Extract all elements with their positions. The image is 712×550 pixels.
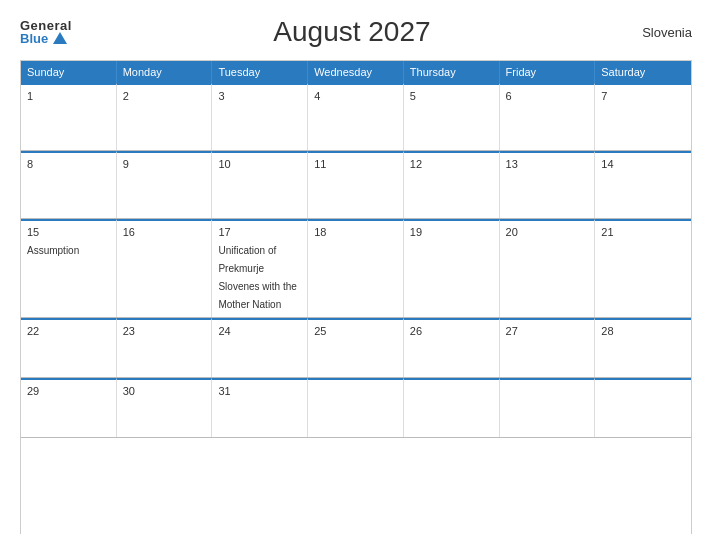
cell-aug-26: 26 bbox=[404, 318, 500, 377]
cell-aug-31: 31 bbox=[212, 378, 308, 437]
cell-aug-2: 2 bbox=[117, 83, 213, 150]
logo-blue-text: Blue bbox=[20, 32, 67, 45]
cell-aug-25: 25 bbox=[308, 318, 404, 377]
country-label: Slovenia bbox=[632, 25, 692, 40]
cell-aug-27: 27 bbox=[500, 318, 596, 377]
cell-aug-9: 9 bbox=[117, 151, 213, 218]
cell-aug-1: 1 bbox=[21, 83, 117, 150]
header-monday: Monday bbox=[117, 61, 213, 83]
cell-aug-30: 30 bbox=[117, 378, 213, 437]
cell-aug-3: 3 bbox=[212, 83, 308, 150]
calendar: Sunday Monday Tuesday Wednesday Thursday… bbox=[20, 60, 692, 534]
week-1: 1 2 3 4 5 6 7 bbox=[21, 83, 691, 151]
cell-aug-21: 21 bbox=[595, 219, 691, 317]
cell-aug-5: 5 bbox=[404, 83, 500, 150]
cell-aug-17: 17 Unification of Prekmurje Slovenes wit… bbox=[212, 219, 308, 317]
cell-aug-8: 8 bbox=[21, 151, 117, 218]
day-headers-row: Sunday Monday Tuesday Wednesday Thursday… bbox=[21, 61, 691, 83]
cell-aug-14: 14 bbox=[595, 151, 691, 218]
cell-aug-6: 6 bbox=[500, 83, 596, 150]
cell-aug-10: 10 bbox=[212, 151, 308, 218]
header-tuesday: Tuesday bbox=[212, 61, 308, 83]
cell-aug-11: 11 bbox=[308, 151, 404, 218]
event-assumption: Assumption bbox=[27, 245, 79, 256]
cell-aug-18: 18 bbox=[308, 219, 404, 317]
logo: General Blue bbox=[20, 19, 72, 45]
cell-empty-2 bbox=[404, 378, 500, 437]
cell-empty-1 bbox=[308, 378, 404, 437]
page: General Blue August 2027 Slovenia Sunday… bbox=[0, 0, 712, 550]
logo-triangle-icon bbox=[53, 32, 67, 44]
header-sunday: Sunday bbox=[21, 61, 117, 83]
cell-empty-3 bbox=[500, 378, 596, 437]
cell-empty-4 bbox=[595, 378, 691, 437]
header: General Blue August 2027 Slovenia bbox=[20, 16, 692, 48]
cell-aug-20: 20 bbox=[500, 219, 596, 317]
cell-aug-22: 22 bbox=[21, 318, 117, 377]
header-wednesday: Wednesday bbox=[308, 61, 404, 83]
header-saturday: Saturday bbox=[595, 61, 691, 83]
event-prekmurje: Unification of Prekmurje Slovenes with t… bbox=[218, 245, 296, 310]
cell-aug-19: 19 bbox=[404, 219, 500, 317]
calendar-title: August 2027 bbox=[72, 16, 632, 48]
cell-aug-28: 28 bbox=[595, 318, 691, 377]
cell-aug-15: 15 Assumption bbox=[21, 219, 117, 317]
cell-aug-23: 23 bbox=[117, 318, 213, 377]
cell-aug-13: 13 bbox=[500, 151, 596, 218]
week-3: 15 Assumption 16 17 Unification of Prekm… bbox=[21, 219, 691, 318]
week-5: 29 30 31 bbox=[21, 378, 691, 438]
week-4: 22 23 24 25 26 27 28 bbox=[21, 318, 691, 378]
cell-aug-24: 24 bbox=[212, 318, 308, 377]
header-friday: Friday bbox=[500, 61, 596, 83]
weeks-container: 1 2 3 4 5 6 7 8 9 10 11 12 13 14 15 bbox=[21, 83, 691, 438]
cell-aug-16: 16 bbox=[117, 219, 213, 317]
cell-aug-12: 12 bbox=[404, 151, 500, 218]
cell-aug-29: 29 bbox=[21, 378, 117, 437]
cell-aug-7: 7 bbox=[595, 83, 691, 150]
header-thursday: Thursday bbox=[404, 61, 500, 83]
week-2: 8 9 10 11 12 13 14 bbox=[21, 151, 691, 219]
cell-aug-4: 4 bbox=[308, 83, 404, 150]
